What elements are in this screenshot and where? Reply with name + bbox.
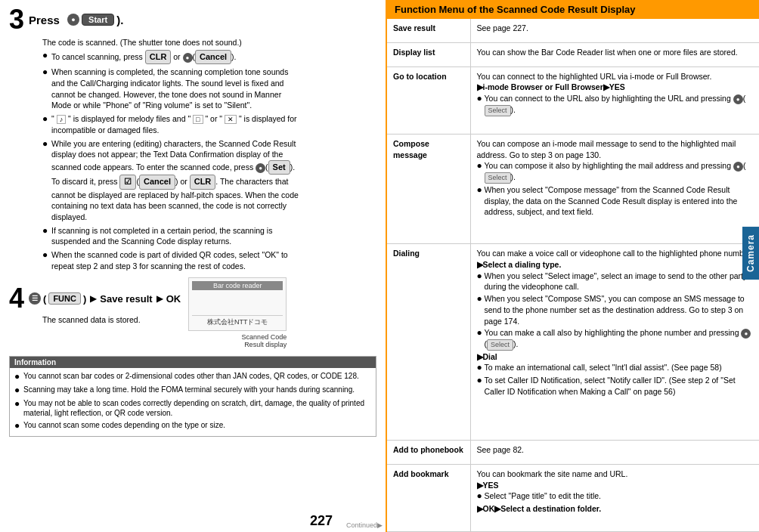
list-item: ● To set Caller ID Notification, select … [477, 375, 754, 397]
bullet-icon: ● [477, 490, 483, 503]
scanned-box-title: Bar code reader [192, 281, 283, 290]
table-row: Save result See page 227. [387, 19, 759, 42]
list-item: ● You cannot scan some codes depending o… [14, 420, 371, 432]
bullet-icon: ● [477, 362, 483, 374]
func-desc-bookmark: You can bookmark the site name and URL. … [470, 464, 759, 531]
bullet-text: " ♪ " is displayed for melody files and … [51, 113, 299, 135]
list-item: ● Select "Page title" to edit the title. [477, 490, 754, 503]
bullet-text: While you are entering (editing) charact… [51, 138, 299, 223]
left-panel: 3 Press ● Start ). The code is scanned. … [0, 0, 386, 532]
step4-instruction: ☰ (FUNC) ▶ Save result ▶ OK [29, 292, 181, 305]
cancel-btn2[interactable]: Cancel [139, 175, 175, 189]
clr-button[interactable]: CLR [145, 50, 172, 64]
table-row: Add to phonebook See page 82. [387, 441, 759, 465]
step4-save-result: Save result [100, 293, 152, 305]
func-label-goto: Go to location [387, 66, 470, 134]
info-box: Information ● You cannot scan bar codes … [9, 356, 376, 437]
step3-paren: ). [116, 14, 123, 26]
step3-start-button[interactable]: Start [82, 14, 114, 26]
info-item2: Scanning may take a long time. Hold the … [23, 385, 355, 395]
table-row: Go to location You can connect to the hi… [387, 66, 759, 134]
list-item: ● When you select "Select image", select… [477, 271, 754, 292]
bullet-icon: ● [477, 160, 483, 172]
bullet-icon: ● [42, 138, 50, 150]
bullet-icon: ● [477, 327, 483, 339]
func-button[interactable]: FUNC [48, 292, 81, 305]
info-item1: You cannot scan bar codes or 2-dimension… [23, 371, 359, 382]
arrow-yes: ▶YES [477, 481, 499, 490]
cancel-button[interactable]: Cancel [195, 50, 231, 64]
bullet-icon: ● [14, 371, 22, 383]
step3-header: 3 Press ● Start ). [9, 6, 376, 33]
dialing-note2: When you select "Compose SMS", you can c… [485, 293, 754, 326]
compose-note2: When you select "Compose message" from t… [485, 184, 754, 218]
bullet-icon: ● [477, 293, 483, 305]
bullet-text: If scanning is not completed in a certai… [51, 225, 299, 247]
table-row: Compose message You can compose an i-mod… [387, 135, 759, 244]
list-item: ● You can compose it also by highlightin… [477, 160, 754, 184]
bullet-icon: ● [42, 249, 50, 261]
list-item: ● You can make a call also by highlighti… [477, 327, 754, 351]
continued-label: Continued▶ [346, 521, 383, 529]
list-item: ● When you select "Compose message" from… [477, 184, 754, 218]
step3-circle-button[interactable]: ● [67, 14, 79, 26]
step4-number: 4 [9, 285, 24, 312]
bullet-icon: ● [14, 420, 22, 432]
step3-number: 3 [9, 6, 24, 33]
step4-func-circle[interactable]: ☰ [29, 292, 41, 305]
list-item: ● When you select "Compose SMS", you can… [477, 293, 754, 326]
func-label-compose: Compose message [387, 135, 470, 244]
right-panel-header: Function Menu of the Scanned Code Result… [387, 0, 759, 19]
table-row: Add bookmark You can bookmark the site n… [387, 464, 759, 531]
circle-btn2[interactable]: ● [256, 163, 265, 173]
info-box-content: ● You cannot scan bar codes or 2-dimensi… [10, 368, 376, 436]
set-button[interactable]: Set [268, 160, 290, 175]
scanned-label: Scanned CodeResult display [188, 333, 287, 348]
arrow-dial: ▶Dial [477, 352, 497, 361]
dialing-note3: You can make a call also by highlighting… [485, 327, 754, 351]
func-label-dialing: Dialing [387, 244, 470, 441]
func-desc-display: You can show the Bar Code Reader list wh… [470, 42, 759, 66]
bullet-icon: ● [42, 50, 50, 62]
select-dialing[interactable]: Select [487, 339, 513, 351]
step3-instruction: Press ● Start ). [29, 14, 123, 26]
list-item: ● When scanning is completed, the scanni… [42, 66, 299, 111]
circle-btn-compose[interactable]: ● [733, 162, 743, 172]
step4-header: 4 ☰ (FUNC) ▶ Save result ▶ OK [9, 285, 181, 312]
list-item: ● To cancel scanning, press CLR or ●(Can… [42, 50, 299, 64]
bullet-icon: ● [477, 184, 483, 196]
check-btn[interactable]: ☑ [119, 175, 136, 189]
step4-desc: The scanned data is stored. [42, 315, 181, 324]
circle-btn[interactable]: ● [183, 53, 193, 63]
list-item: ● You can connect to the URL also by hig… [477, 93, 754, 116]
list-item: ● Scanning may take a long time. Hold th… [14, 385, 371, 397]
func-label-phonebook: Add to phonebook [387, 441, 470, 465]
function-table: Save result See page 227. Display list Y… [387, 19, 759, 532]
bullet-icon: ● [42, 225, 50, 237]
clr-btn2[interactable]: CLR [190, 175, 216, 189]
bullet-text: When scanning is completed, the scanning… [51, 66, 299, 111]
bullet-icon: ● [477, 271, 483, 283]
table-row: Dialing You can make a voice call or vid… [387, 244, 759, 441]
scanned-display: Bar code reader 株式会社NTTドコモ Scanned CodeR… [188, 277, 287, 348]
right-panel: Function Menu of the Scanned Code Result… [386, 0, 759, 532]
select-compose[interactable]: Select [485, 172, 511, 184]
select-goto[interactable]: Select [485, 105, 511, 116]
info-box-header: Information [10, 357, 376, 368]
func-desc-dialing: You can make a voice call or videophone … [470, 244, 759, 441]
bullet-icon: ● [477, 375, 483, 387]
circle-btn-dialing[interactable]: ● [741, 329, 751, 339]
dial-note1: To make an international call, select "I… [485, 362, 722, 373]
list-item: ● When the scanned code is part of divid… [42, 249, 299, 271]
bookmark-note: Select "Page title" to edit the title. [485, 490, 602, 502]
circle-btn-goto[interactable]: ● [733, 94, 743, 104]
step3-bullet-list: ● To cancel scanning, press CLR or ●(Can… [42, 50, 299, 271]
list-item: ● " ♪ " is displayed for melody files an… [42, 113, 299, 135]
func-desc-goto: You can connect to the highlighted URL v… [470, 66, 759, 134]
bullet-icon: ● [14, 385, 22, 397]
step4-ok: OK [166, 293, 181, 305]
list-item: ● While you are entering (editing) chara… [42, 138, 299, 223]
bullet-icon: ● [477, 93, 483, 105]
func-label-save: Save result [387, 19, 470, 42]
func-label-bookmark: Add bookmark [387, 464, 470, 531]
